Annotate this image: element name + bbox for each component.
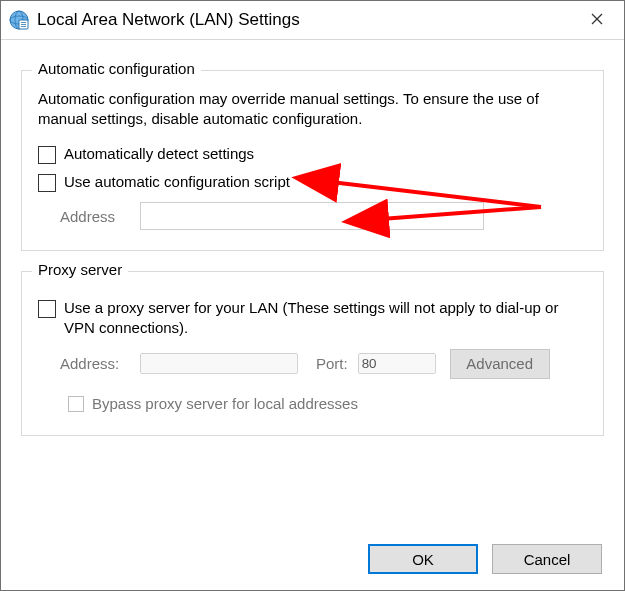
window-title: Local Area Network (LAN) Settings — [37, 10, 300, 30]
proxy-port-input[interactable] — [358, 353, 436, 374]
group-proxy-legend: Proxy server — [32, 261, 128, 278]
proxy-address-input[interactable] — [140, 353, 298, 374]
proxy-port-label: Port: — [316, 355, 348, 372]
auto-address-input[interactable] — [140, 202, 484, 230]
cancel-button[interactable]: Cancel — [492, 544, 602, 574]
group-proxy-server: Proxy server Use a proxy server for your… — [21, 271, 604, 436]
dialog-buttons: OK Cancel — [368, 544, 602, 574]
auto-script-label[interactable]: Use automatic configuration script — [64, 172, 290, 192]
auto-config-description: Automatic configuration may override man… — [38, 89, 587, 130]
group-auto-legend: Automatic configuration — [32, 60, 201, 77]
auto-detect-checkbox[interactable] — [38, 146, 56, 164]
bypass-label: Bypass proxy server for local addresses — [92, 395, 358, 412]
titlebar[interactable]: Local Area Network (LAN) Settings — [1, 1, 624, 40]
use-proxy-checkbox[interactable] — [38, 300, 56, 318]
auto-script-checkbox[interactable] — [38, 174, 56, 192]
close-icon — [591, 11, 603, 29]
close-button[interactable] — [574, 5, 620, 35]
group-automatic-configuration: Automatic configuration Automatic config… — [21, 70, 604, 251]
use-proxy-label[interactable]: Use a proxy server for your LAN (These s… — [64, 298, 587, 339]
advanced-button[interactable]: Advanced — [450, 349, 550, 379]
auto-address-label: Address — [60, 208, 140, 225]
bypass-checkbox[interactable] — [68, 396, 84, 412]
lan-settings-icon — [9, 10, 29, 30]
ok-button[interactable]: OK — [368, 544, 478, 574]
auto-detect-label[interactable]: Automatically detect settings — [64, 144, 254, 164]
proxy-address-label: Address: — [60, 355, 140, 372]
